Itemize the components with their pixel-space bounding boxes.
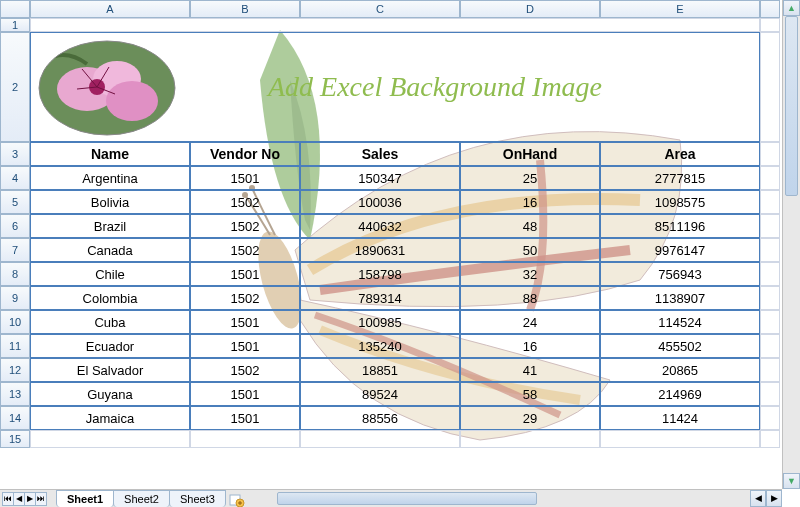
cell-vendor[interactable]: 1501 bbox=[190, 262, 300, 286]
cell-sales[interactable]: 789314 bbox=[300, 286, 460, 310]
cell-sales[interactable]: 89524 bbox=[300, 382, 460, 406]
cell-name[interactable]: Cuba bbox=[30, 310, 190, 334]
cell-vendor[interactable]: 1501 bbox=[190, 334, 300, 358]
row-header[interactable]: 8 bbox=[0, 262, 30, 286]
col-header-d[interactable]: D bbox=[460, 0, 600, 18]
col-header-b[interactable]: B bbox=[190, 0, 300, 18]
cell-vendor[interactable]: 1502 bbox=[190, 238, 300, 262]
cell[interactable] bbox=[30, 18, 760, 32]
cell-vendor[interactable]: 1501 bbox=[190, 310, 300, 334]
cell-name[interactable]: Bolivia bbox=[30, 190, 190, 214]
cell-vendor[interactable]: 1501 bbox=[190, 406, 300, 430]
cell-area[interactable]: 20865 bbox=[600, 358, 760, 382]
row-header-1[interactable]: 1 bbox=[0, 18, 30, 32]
header-sales[interactable]: Sales bbox=[300, 142, 460, 166]
cell-name[interactable]: El Salvador bbox=[30, 358, 190, 382]
cell-sales[interactable]: 18851 bbox=[300, 358, 460, 382]
cell-name[interactable]: Ecuador bbox=[30, 334, 190, 358]
cell-area[interactable]: 1138907 bbox=[600, 286, 760, 310]
header-name[interactable]: Name bbox=[30, 142, 190, 166]
cell[interactable] bbox=[30, 430, 190, 448]
cell-onhand[interactable]: 48 bbox=[460, 214, 600, 238]
col-header-c[interactable]: C bbox=[300, 0, 460, 18]
cell-area[interactable]: 214969 bbox=[600, 382, 760, 406]
cell-sales[interactable]: 1890631 bbox=[300, 238, 460, 262]
cell-onhand[interactable]: 88 bbox=[460, 286, 600, 310]
cell[interactable] bbox=[760, 430, 780, 448]
row-header[interactable]: 11 bbox=[0, 334, 30, 358]
cell[interactable] bbox=[760, 32, 780, 142]
row-header-2[interactable]: 2 bbox=[0, 32, 30, 142]
cell[interactable] bbox=[760, 406, 780, 430]
cell-area[interactable]: 11424 bbox=[600, 406, 760, 430]
select-all-corner[interactable] bbox=[0, 0, 30, 18]
tab-nav-buttons[interactable]: ⏮ ◀ ▶ ⏭ bbox=[2, 492, 46, 506]
row-header[interactable]: 5 bbox=[0, 190, 30, 214]
scroll-down-arrow-icon[interactable]: ▼ bbox=[783, 473, 800, 489]
cell-onhand[interactable]: 32 bbox=[460, 262, 600, 286]
cell-name[interactable]: Guyana bbox=[30, 382, 190, 406]
row-header[interactable]: 12 bbox=[0, 358, 30, 382]
tab-sheet3[interactable]: Sheet3 bbox=[169, 490, 226, 507]
cell[interactable] bbox=[600, 430, 760, 448]
cell[interactable] bbox=[760, 286, 780, 310]
cell[interactable] bbox=[190, 430, 300, 448]
scroll-left-arrow-icon[interactable]: ◀ bbox=[750, 490, 766, 507]
cell-vendor[interactable]: 1502 bbox=[190, 286, 300, 310]
cell-name[interactable]: Colombia bbox=[30, 286, 190, 310]
horizontal-scroll-track[interactable] bbox=[257, 490, 750, 507]
cell-onhand[interactable]: 29 bbox=[460, 406, 600, 430]
cell-area[interactable]: 455502 bbox=[600, 334, 760, 358]
row-header[interactable]: 10 bbox=[0, 310, 30, 334]
cell-sales[interactable]: 135240 bbox=[300, 334, 460, 358]
title-merged-cell[interactable]: Add Excel Background Image bbox=[30, 32, 760, 142]
cell-sales[interactable]: 100036 bbox=[300, 190, 460, 214]
tab-sheet2[interactable]: Sheet2 bbox=[113, 490, 170, 507]
cell-onhand[interactable]: 58 bbox=[460, 382, 600, 406]
cell[interactable] bbox=[760, 310, 780, 334]
cell[interactable] bbox=[760, 214, 780, 238]
cell-sales[interactable]: 88556 bbox=[300, 406, 460, 430]
tab-nav-last-icon[interactable]: ⏭ bbox=[35, 492, 47, 506]
cell-area[interactable]: 2777815 bbox=[600, 166, 760, 190]
cell[interactable] bbox=[760, 262, 780, 286]
insert-sheet-icon[interactable] bbox=[229, 493, 245, 507]
cell-onhand[interactable]: 24 bbox=[460, 310, 600, 334]
cell[interactable] bbox=[760, 18, 780, 32]
cell-vendor[interactable]: 1501 bbox=[190, 382, 300, 406]
header-area[interactable]: Area bbox=[600, 142, 760, 166]
row-header[interactable]: 4 bbox=[0, 166, 30, 190]
cell[interactable] bbox=[760, 382, 780, 406]
row-header[interactable]: 14 bbox=[0, 406, 30, 430]
cell-onhand[interactable]: 16 bbox=[460, 190, 600, 214]
tab-sheet1[interactable]: Sheet1 bbox=[56, 490, 114, 507]
cell-area[interactable]: 1098575 bbox=[600, 190, 760, 214]
header-onhand[interactable]: OnHand bbox=[460, 142, 600, 166]
cell-onhand[interactable]: 16 bbox=[460, 334, 600, 358]
col-header-a[interactable]: A bbox=[30, 0, 190, 18]
cell-name[interactable]: Argentina bbox=[30, 166, 190, 190]
cell[interactable] bbox=[760, 166, 780, 190]
cell-vendor[interactable]: 1501 bbox=[190, 166, 300, 190]
cell-area[interactable]: 9976147 bbox=[600, 238, 760, 262]
row-header-15[interactable]: 15 bbox=[0, 430, 30, 448]
col-header-e[interactable]: E bbox=[600, 0, 760, 18]
cell[interactable] bbox=[460, 430, 600, 448]
scroll-right-arrow-icon[interactable]: ▶ bbox=[766, 490, 782, 507]
row-header-3[interactable]: 3 bbox=[0, 142, 30, 166]
cell-name[interactable]: Jamaica bbox=[30, 406, 190, 430]
cell[interactable] bbox=[760, 358, 780, 382]
cell-sales[interactable]: 158798 bbox=[300, 262, 460, 286]
row-header[interactable]: 13 bbox=[0, 382, 30, 406]
cell-sales[interactable]: 100985 bbox=[300, 310, 460, 334]
cell-onhand[interactable]: 25 bbox=[460, 166, 600, 190]
cell-name[interactable]: Canada bbox=[30, 238, 190, 262]
cell-area[interactable]: 756943 bbox=[600, 262, 760, 286]
cell[interactable] bbox=[760, 238, 780, 262]
cell-vendor[interactable]: 1502 bbox=[190, 214, 300, 238]
cell[interactable] bbox=[760, 334, 780, 358]
cell-onhand[interactable]: 50 bbox=[460, 238, 600, 262]
horizontal-scroll-thumb[interactable] bbox=[277, 492, 537, 505]
cell[interactable] bbox=[300, 430, 460, 448]
cell-sales[interactable]: 150347 bbox=[300, 166, 460, 190]
